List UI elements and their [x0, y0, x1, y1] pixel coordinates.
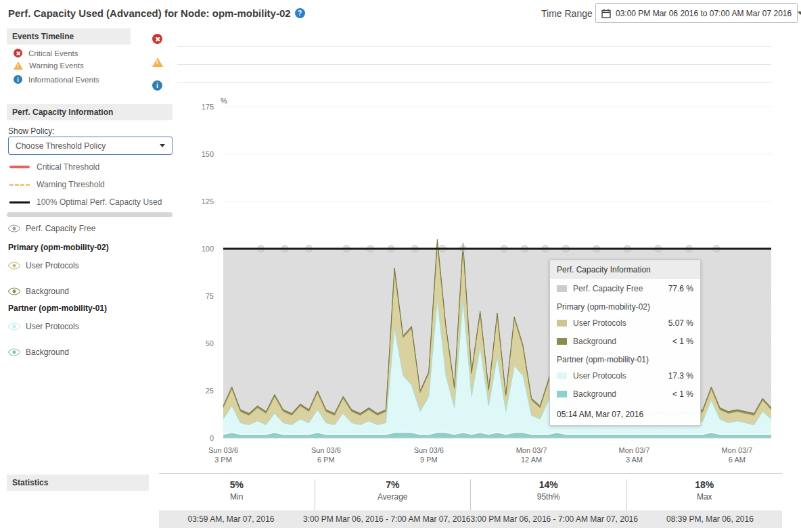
page-title: Perf. Capacity Used (Advanced) for Node:… [8, 7, 305, 19]
legend-scrollbar[interactable] [7, 212, 173, 217]
critical-events-lane [177, 46, 771, 47]
stat-label: Min [159, 492, 315, 502]
chevron-down-icon [160, 144, 165, 147]
statistics-table: 5% Min 7% Average 14% 95th% 18% Max 03:5… [159, 473, 782, 528]
stat-label: 95th% [471, 492, 626, 502]
threshold-label: 100% Optimal Perf. Capacity Used [37, 197, 162, 207]
optimal-line-icon [9, 201, 30, 203]
time-range-value: 03:00 PM Mar 06 2016 to 07:00 AM Mar 07 … [616, 9, 792, 18]
tooltip-primary-group: Primary (opm-mobility-02) [550, 297, 700, 314]
svg-text:12 AM: 12 AM [521, 456, 542, 464]
chevron-down-icon [798, 11, 801, 15]
warning-lane-icon[interactable] [152, 57, 163, 67]
svg-text:3 AM: 3 AM [626, 456, 643, 464]
primary-group-label: Primary (opm-mobility-02) [8, 243, 109, 252]
legend-warning-threshold: Warning Threshold [9, 180, 105, 189]
toggle-label: Background [26, 287, 69, 296]
svg-text:6 PM: 6 PM [317, 456, 335, 464]
time-range-picker[interactable]: 03:00 PM Mar 06 2016 to 07:00 AM Mar 07 … [595, 3, 798, 23]
svg-text:Sun 03/6: Sun 03/6 [311, 446, 341, 454]
stat-detail: 3:00 PM Mar 06, 2016 - 7:00 AM Mar 07, 2… [303, 514, 470, 524]
toggle-partner-background[interactable]: Background [9, 347, 69, 357]
calendar-icon [601, 9, 611, 18]
svg-text:50: 50 [206, 339, 214, 347]
toggle-primary-background[interactable]: Background [9, 287, 69, 296]
tooltip-partner-group: Partner (opm-mobility-01) [550, 350, 700, 366]
partner-group-label: Partner (opm-mobility-01) [8, 304, 107, 313]
tooltip-title: Perf. Capacity Information [550, 260, 700, 279]
svg-text:100: 100 [202, 245, 214, 253]
legend-label: Critical Events [28, 49, 78, 57]
stat-detail: 3:00 PM Mar 06, 2016 - 7:00 AM Mar 07, 2… [471, 514, 638, 524]
legend-warning-events: Warning Events [14, 62, 84, 70]
stat-value: 5% [159, 479, 315, 490]
stat-average: 7% Average [315, 479, 471, 510]
events-timeline-header: Events Timeline [7, 28, 131, 45]
tooltip-row-value: 5.07 % [668, 318, 693, 328]
chart-tooltip: Perf. Capacity Information Perf. Capacit… [549, 260, 701, 426]
statistics-header: Statistics [7, 475, 149, 491]
svg-text:125: 125 [202, 197, 214, 205]
legend-label: Warning Events [29, 62, 84, 70]
tooltip-row-value: < 1 % [672, 337, 693, 346]
svg-text:3 PM: 3 PM [214, 456, 232, 464]
toggle-perf-capacity-free[interactable]: Perf. Capacity Free [9, 224, 95, 233]
page-title-text: Perf. Capacity Used (Advanced) for Node:… [8, 7, 291, 19]
tooltip-row-partner-user: User Protocols 17.3 % [550, 366, 700, 385]
stat-95th: 14% 95th% [470, 479, 626, 510]
tooltip-row-value: < 1 % [672, 389, 693, 399]
toggle-label: Perf. Capacity Free [26, 224, 95, 233]
svg-text:0: 0 [210, 434, 214, 442]
stat-detail: 03:59 AM, Mar 07, 2016 [159, 514, 303, 524]
svg-text:9 PM: 9 PM [420, 456, 438, 464]
toggle-label: Background [26, 347, 69, 357]
tooltip-row-label: User Protocols [573, 371, 626, 381]
critical-lane-icon[interactable] [152, 34, 162, 44]
primary-background-swatch-icon [557, 338, 567, 345]
stat-label: Average [315, 492, 471, 502]
stat-max: 18% Max [626, 479, 783, 510]
warning-events-lane [177, 64, 771, 65]
eye-icon [7, 345, 21, 359]
eye-icon [7, 320, 21, 333]
svg-text:150: 150 [202, 150, 214, 158]
eye-icon [7, 222, 21, 235]
partner-user-swatch-icon [557, 372, 567, 379]
legend-critical-events: Critical Events [14, 49, 78, 57]
critical-threshold-line-icon [9, 166, 30, 168]
toggle-primary-user-protocols[interactable]: User Protocols [9, 261, 79, 270]
eye-icon [7, 285, 21, 298]
svg-text:Mon 03/7: Mon 03/7 [721, 446, 752, 454]
warning-threshold-line-icon [9, 184, 30, 186]
warning-events-icon [14, 62, 23, 70]
perf-capacity-page: Perf. Capacity Used (Advanced) for Node:… [0, 0, 801, 532]
info-events-lane [177, 82, 771, 83]
stat-value: 7% [315, 479, 471, 490]
help-icon[interactable] [295, 8, 305, 18]
legend-label: Informational Events [28, 76, 99, 84]
threshold-policy-value: Choose Threshold Policy [16, 141, 106, 151]
partner-background-swatch-icon [557, 391, 567, 397]
stat-value: 14% [471, 479, 626, 490]
info-lane-icon[interactable] [152, 80, 162, 91]
tooltip-row-label: Background [573, 389, 616, 399]
svg-text:25: 25 [206, 387, 214, 395]
tooltip-row-label: Background [573, 337, 616, 346]
tooltip-row-label: User Protocols [573, 318, 626, 328]
show-policy-label: Show Policy: [8, 126, 55, 136]
statistics-detail-row: 03:59 AM, Mar 07, 2016 3:00 PM Mar 06, 2… [159, 510, 782, 528]
toggle-partner-user-protocols[interactable]: User Protocols [9, 322, 79, 331]
legend-critical-threshold: Critical Threshold [9, 162, 99, 172]
threshold-label: Warning Threshold [37, 180, 105, 189]
tooltip-row-value: 77.6 % [668, 284, 693, 293]
info-events-icon [14, 75, 22, 84]
tooltip-timestamp: 05:14 AM, Mar 07, 2016 [550, 403, 700, 425]
tooltip-row-primary-background: Background < 1 % [550, 332, 700, 350]
statistics-values-row: 5% Min 7% Average 14% 95th% 18% Max [159, 474, 782, 510]
stat-label: Max [627, 492, 783, 502]
svg-text:Mon 03/7: Mon 03/7 [516, 446, 547, 454]
threshold-policy-select[interactable]: Choose Threshold Policy [8, 137, 173, 155]
toggle-label: User Protocols [26, 322, 79, 331]
svg-text:175: 175 [202, 103, 214, 111]
toggle-label: User Protocols [26, 261, 79, 270]
